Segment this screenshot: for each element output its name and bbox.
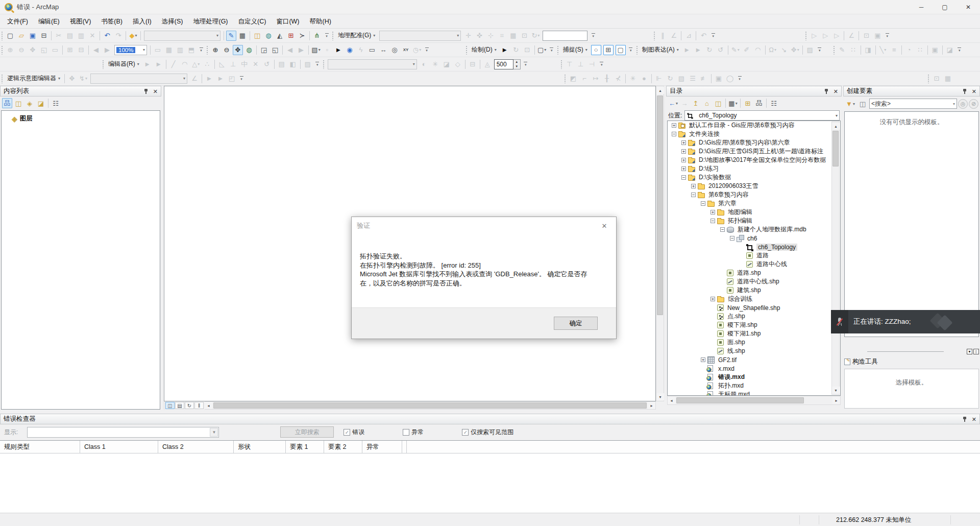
schematic-diagram-combo[interactable]: ▾ bbox=[90, 74, 187, 84]
attribute-table-button[interactable]: ▦ bbox=[237, 31, 248, 41]
tree-item[interactable]: 错误.mxd bbox=[668, 373, 840, 381]
list-by-selection-button[interactable]: ◪ bbox=[36, 98, 46, 108]
nav-home-button[interactable]: ⌂ bbox=[702, 98, 712, 108]
toolbar-overflow-icon[interactable] bbox=[238, 74, 244, 84]
catalog-scroll-up-icon[interactable]: ▴ bbox=[832, 123, 840, 130]
tree-item[interactable]: ch6_Topology bbox=[668, 243, 840, 251]
python-window-button[interactable]: ≻ bbox=[297, 31, 307, 41]
search-button[interactable]: ◎ bbox=[958, 99, 968, 109]
tree-item[interactable]: 拓扑.mxd bbox=[668, 381, 840, 390]
tree-item[interactable]: −ch6 bbox=[668, 234, 840, 243]
toolbar-overflow-icon[interactable] bbox=[314, 59, 321, 69]
menu-item-9[interactable]: 帮助(H) bbox=[305, 16, 336, 27]
maximize-button[interactable]: ▢ bbox=[933, 0, 957, 14]
toolbar-overflow-icon[interactable] bbox=[957, 45, 963, 55]
checkbox-icon[interactable]: ✓ bbox=[344, 429, 350, 436]
toolbar-grip[interactable] bbox=[1, 31, 3, 40]
tree-item[interactable]: 道路中心线 bbox=[668, 260, 840, 269]
toolbar-overflow-icon[interactable] bbox=[523, 59, 529, 69]
menu-item-4[interactable]: 插入(I) bbox=[128, 16, 157, 27]
toolbar-grip[interactable] bbox=[102, 60, 104, 69]
point-snapping-button[interactable]: ○ bbox=[591, 45, 601, 55]
collapse-icon[interactable]: ▼ bbox=[967, 349, 972, 354]
toolbar-overflow-icon[interactable] bbox=[198, 45, 204, 55]
pause-drawing-button[interactable]: ‖ bbox=[194, 402, 204, 409]
tree-item[interactable]: 无标题.mxd bbox=[668, 390, 840, 396]
clear-search-button[interactable]: ⊘ bbox=[969, 99, 978, 109]
nav-contents-view-button[interactable]: ▦▾ bbox=[728, 98, 738, 108]
toolbar-grip[interactable] bbox=[1, 45, 3, 55]
georef-cell-size-field[interactable] bbox=[543, 31, 587, 41]
column-header-5[interactable]: 要素 2 bbox=[324, 441, 362, 453]
pan-button[interactable]: ✥ bbox=[233, 45, 243, 55]
toolbar-grip[interactable] bbox=[1, 74, 3, 83]
select-elements-button[interactable]: ► bbox=[333, 45, 344, 55]
tree-expander-icon[interactable]: + bbox=[681, 158, 686, 162]
toolbar-overflow-icon[interactable] bbox=[549, 45, 555, 55]
draw-menu-button[interactable]: 绘制(D)▾ bbox=[469, 44, 499, 56]
layout-zoom-percent-combo[interactable]: 100%▾ bbox=[114, 45, 147, 55]
tree-item[interactable]: +D:\地图故事\2017年全国文保单位空间分布数据 bbox=[668, 156, 840, 164]
menu-item-5[interactable]: 选择(S) bbox=[157, 16, 188, 27]
column-header-2[interactable]: Class 2 bbox=[158, 441, 234, 453]
new-document-button[interactable]: ▢ bbox=[5, 31, 15, 41]
editor-toolbar-toggle-button[interactable]: ✎ bbox=[226, 31, 236, 41]
fixed-zoom-out-button[interactable]: ◱ bbox=[270, 45, 280, 55]
toolbar-overflow-icon[interactable] bbox=[424, 45, 430, 55]
measure-button[interactable]: ↔ bbox=[378, 45, 388, 55]
go-to-xy-button[interactable]: XY bbox=[401, 45, 411, 55]
map-scroll-left-icon[interactable]: ◂ bbox=[205, 402, 212, 409]
tree-expander-icon[interactable]: − bbox=[720, 227, 725, 232]
tree-item[interactable]: +D:\Gis应用\王雪GIS周五上机\第一题\道路标注 bbox=[668, 147, 840, 156]
zoom-out-button[interactable]: ⊖ bbox=[222, 45, 232, 55]
minimize-button[interactable]: ─ bbox=[910, 0, 933, 14]
tree-item[interactable]: −新建个人地理数据库.mdb bbox=[668, 225, 840, 234]
dimension-length-stepper[interactable]: 500▲▼ bbox=[494, 59, 521, 69]
georeferencing-menu-button[interactable]: 地理配准(G)▾ bbox=[335, 30, 378, 41]
arcscene-button[interactable]: ◭ bbox=[275, 31, 285, 41]
map-scroll-down-icon[interactable]: ▾ bbox=[656, 393, 664, 400]
list-by-visibility-button[interactable]: ◈ bbox=[24, 98, 35, 108]
print-button[interactable]: ⊟ bbox=[39, 31, 49, 41]
tree-item[interactable]: 道路中心线.shp bbox=[668, 277, 840, 286]
select-features-button[interactable]: ▧▾ bbox=[311, 45, 321, 55]
tree-expander-icon[interactable]: + bbox=[681, 166, 686, 171]
arccatalog-button[interactable]: ◫ bbox=[252, 31, 262, 41]
add-data-button[interactable]: ◆▾ bbox=[128, 31, 138, 41]
tree-item[interactable]: −文件夹连接 bbox=[668, 130, 840, 138]
toolbar-grip[interactable] bbox=[636, 45, 638, 55]
tree-expander-icon[interactable]: + bbox=[710, 210, 715, 214]
map-hscroll-thumb[interactable] bbox=[213, 402, 647, 409]
search-now-button[interactable]: 立即搜索 bbox=[280, 426, 334, 438]
open-document-button[interactable]: ▱ bbox=[16, 31, 27, 41]
template-search-combo[interactable]: <搜索> ▾ bbox=[869, 99, 957, 109]
tree-item[interactable]: 面.shp bbox=[668, 338, 840, 347]
zoom-in-button[interactable]: ⊕ bbox=[210, 45, 220, 55]
down-arrow-icon[interactable]: ▼ bbox=[513, 64, 520, 69]
tree-item[interactable]: 稷下湖.shp bbox=[668, 321, 840, 329]
column-header-6[interactable]: 异常 bbox=[362, 441, 402, 453]
tree-expander-icon[interactable]: + bbox=[672, 123, 676, 128]
toolbar-overflow-icon[interactable] bbox=[710, 31, 716, 41]
tree-expander-icon[interactable]: − bbox=[701, 201, 705, 206]
checkbox-仅搜索可见范围[interactable]: ✓仅搜索可见范围 bbox=[462, 428, 513, 437]
toolbar-grip[interactable] bbox=[805, 31, 807, 40]
new-rectangle-button[interactable]: ▢▾ bbox=[537, 45, 547, 55]
refresh-view-button[interactable]: ↻ bbox=[185, 402, 194, 409]
error-table-body[interactable] bbox=[0, 453, 980, 512]
arctoolbox-button[interactable]: ⊞ bbox=[286, 31, 296, 41]
tree-item[interactable]: +D:\练习 bbox=[668, 164, 840, 173]
tree-item[interactable]: 稷下湖1.shp bbox=[668, 329, 840, 338]
catalog-close-icon[interactable]: ✕ bbox=[834, 88, 838, 94]
catalog-hscroll-thumb[interactable] bbox=[676, 397, 804, 403]
tree-expander-icon[interactable]: − bbox=[672, 132, 676, 136]
map-scroll-up-icon[interactable]: ▴ bbox=[656, 87, 664, 94]
find-button[interactable]: ◎ bbox=[389, 45, 400, 55]
snapping-menu-button[interactable]: 捕捉(S)▾ bbox=[560, 44, 590, 56]
select-graphics-button[interactable]: ► bbox=[500, 45, 510, 55]
menu-item-6[interactable]: 地理处理(G) bbox=[188, 16, 233, 27]
tree-item[interactable]: +综合训练 bbox=[668, 295, 840, 303]
georeferencing-layer-combo[interactable]: ▾ bbox=[379, 31, 461, 41]
toolbar-overflow-icon[interactable] bbox=[737, 74, 743, 84]
catalog-horizontal-scrollbar[interactable]: ◂ ▸ bbox=[667, 396, 841, 405]
